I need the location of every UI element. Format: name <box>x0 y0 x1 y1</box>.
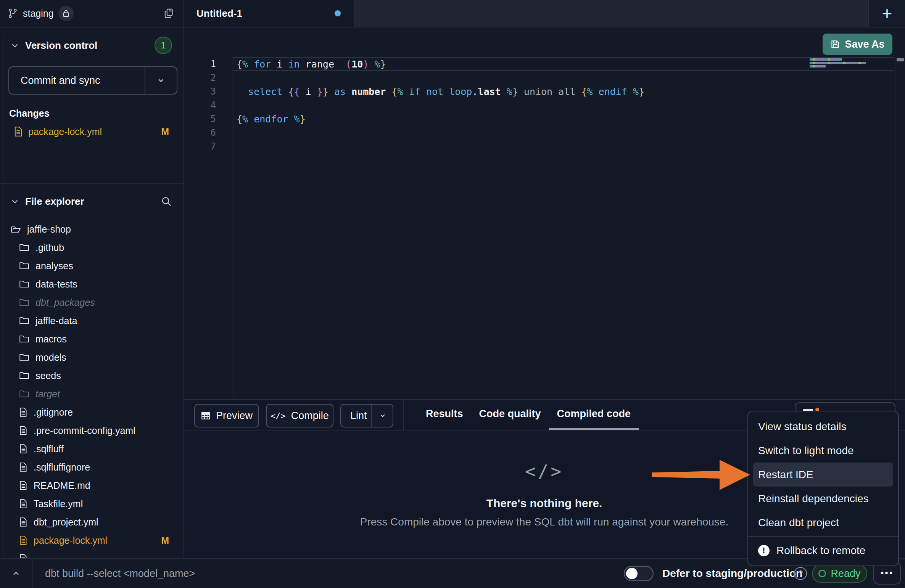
tree-item-label: jaffle-shop <box>27 224 71 235</box>
folder-icon <box>19 280 29 289</box>
ready-label: Ready <box>831 568 860 580</box>
tree-file-item[interactable] <box>0 549 183 559</box>
tree-file-.sqlfluffignore[interactable]: .sqlfluffignore <box>0 458 183 476</box>
tree-folder-analyses[interactable]: analyses <box>0 257 183 275</box>
editor-toolbar: Save As <box>184 27 905 57</box>
menu-item-label: Switch to light mode <box>758 445 854 457</box>
table-icon <box>201 411 211 421</box>
tree-file-README.md[interactable]: README.md <box>0 476 183 495</box>
chevron-down-icon <box>11 41 19 50</box>
tree-file-.sqlfluff[interactable]: .sqlfluff <box>0 440 183 458</box>
commit-button-label: Commit and sync <box>9 75 100 87</box>
save-as-button[interactable]: Save As <box>823 34 892 55</box>
version-control-header[interactable]: Version control 1 <box>0 36 183 55</box>
results-tab-results[interactable]: Results <box>418 400 471 430</box>
command-bar-divider <box>32 559 33 588</box>
menu-item-rollback-to-remote[interactable]: !Rollback to remote <box>748 538 898 562</box>
editor-tab-bar: Untitled-1 + <box>184 0 905 27</box>
file-tree: jaffle-shop.githubanalysesdata-testsdbt_… <box>0 220 183 559</box>
menu-item-view-status-details[interactable]: View status details <box>748 414 898 439</box>
code-line-3[interactable]: 3 select {{ i }} as number {% if not loo… <box>184 85 905 98</box>
modified-badge: M <box>161 535 169 546</box>
tree-item-label: models <box>35 352 66 363</box>
minimap <box>810 58 866 69</box>
code-line-7[interactable]: 7 <box>184 140 905 153</box>
empty-state-subtitle: Press Compile above to preview the SQL d… <box>360 516 728 528</box>
tree-item-label: Taskfile.yml <box>34 498 83 509</box>
tree-folder-seeds[interactable]: seeds <box>0 366 183 385</box>
code-line-4[interactable]: 4 <box>184 98 905 112</box>
commit-and-sync-button[interactable]: Commit and sync <box>8 66 177 95</box>
folder-icon <box>19 353 29 362</box>
compile-label: Compile <box>291 410 329 422</box>
menu-item-clean-dbt-project[interactable]: Clean dbt project <box>748 511 898 535</box>
branch-header: staging <box>0 0 183 27</box>
menu-item-label: View status details <box>758 421 846 433</box>
code-line-6[interactable]: 6 <box>184 126 905 140</box>
tree-folder-macros[interactable]: macros <box>0 330 183 348</box>
commit-dropdown-chevron-icon[interactable] <box>145 76 177 85</box>
file-explorer-title: File explorer <box>25 196 84 207</box>
scrollbar-thumb[interactable] <box>897 58 904 61</box>
file-icon <box>19 426 27 435</box>
tree-item-label: dbt_project.yml <box>34 517 98 528</box>
compile-button[interactable]: </> Compile <box>266 404 333 427</box>
copy-icon[interactable] <box>164 8 175 19</box>
dbt-cloud-ide: staging Version control 1 C <box>0 0 905 588</box>
menu-item-reinstall-dependencies[interactable]: Reinstall dependencies <box>748 487 898 511</box>
folder-icon <box>19 243 29 252</box>
tab-untitled-1[interactable]: Untitled-1 <box>184 0 354 27</box>
new-tab-button[interactable]: + <box>882 5 892 22</box>
file-icon <box>19 444 27 454</box>
tree-folder-data-tests[interactable]: data-tests <box>0 275 183 293</box>
help-icon[interactable]: ? <box>794 567 807 580</box>
results-tab-compiled-code[interactable]: Compiled code <box>549 400 639 430</box>
lint-button[interactable]: Lint <box>340 404 393 427</box>
line-number: 3 <box>184 86 233 97</box>
file-icon <box>19 499 27 509</box>
status-ready-badge: Ready <box>812 564 867 583</box>
tree-item-label: .pre-commit-config.yaml <box>34 425 135 436</box>
tree-file-Taskfile.yml[interactable]: Taskfile.yml <box>0 495 183 513</box>
search-icon[interactable] <box>161 196 172 207</box>
menu-item-switch-to-light-mode[interactable]: Switch to light mode <box>748 439 898 463</box>
changes-label: Changes <box>9 108 50 119</box>
tree-folder-models[interactable]: models <box>0 348 183 366</box>
menu-item-restart-ide[interactable]: Restart IDE <box>753 463 893 487</box>
menu-item-label: Rollback to remote <box>776 545 865 557</box>
editor-scrollbar[interactable] <box>895 57 905 399</box>
tree-file-.gitignore[interactable]: .gitignore <box>0 403 183 421</box>
code-line-1[interactable]: 1{% for i in range (10) %} <box>184 57 905 71</box>
tree-folder-.github[interactable]: .github <box>0 238 183 257</box>
defer-toggle[interactable] <box>624 566 654 581</box>
command-input[interactable] <box>45 562 579 585</box>
tree-file-.pre-commit-config.yaml[interactable]: .pre-commit-config.yaml <box>0 421 183 440</box>
tree-item-label: package-lock.yml <box>34 535 107 546</box>
minimap-line <box>810 62 866 64</box>
tree-file-package-lock.yml[interactable]: package-lock.ymlM <box>0 531 183 549</box>
minimap-line <box>810 58 842 61</box>
tree-file-dbt_project.yml[interactable]: dbt_project.yml <box>0 513 183 531</box>
file-explorer-header[interactable]: File explorer <box>0 193 183 210</box>
code-line-2[interactable]: 2 <box>184 71 905 85</box>
code-line-5[interactable]: 5{% endfor %} <box>184 112 905 126</box>
chevron-up-icon[interactable] <box>11 559 21 588</box>
tree-folder-target[interactable]: target <box>0 385 183 403</box>
line-number: 2 <box>184 72 233 83</box>
lint-dropdown-chevron-icon[interactable] <box>379 412 386 419</box>
code-editor[interactable]: 1{% for i in range (10) %}23 select {{ i… <box>184 57 905 399</box>
changed-file-row[interactable]: package-lock.yml M <box>0 123 183 140</box>
tree-folder-dbt_packages[interactable]: dbt_packages <box>0 293 183 312</box>
preview-button[interactable]: Preview <box>194 404 259 427</box>
tree-folder-jaffle-shop[interactable]: jaffle-shop <box>0 220 183 238</box>
tree-folder-jaffle-data[interactable]: jaffle-data <box>0 312 183 330</box>
minimap-line <box>810 65 826 67</box>
tree-item-label: macros <box>35 334 67 345</box>
open-folder-icon <box>11 225 21 234</box>
tree-item-label: jaffle-data <box>35 315 77 326</box>
branch-name: staging <box>23 8 54 19</box>
new-tab-zone: + <box>868 0 905 27</box>
code-icon: </> <box>271 411 286 421</box>
results-tab-code-quality[interactable]: Code quality <box>471 400 549 430</box>
save-as-label: Save As <box>845 39 884 50</box>
